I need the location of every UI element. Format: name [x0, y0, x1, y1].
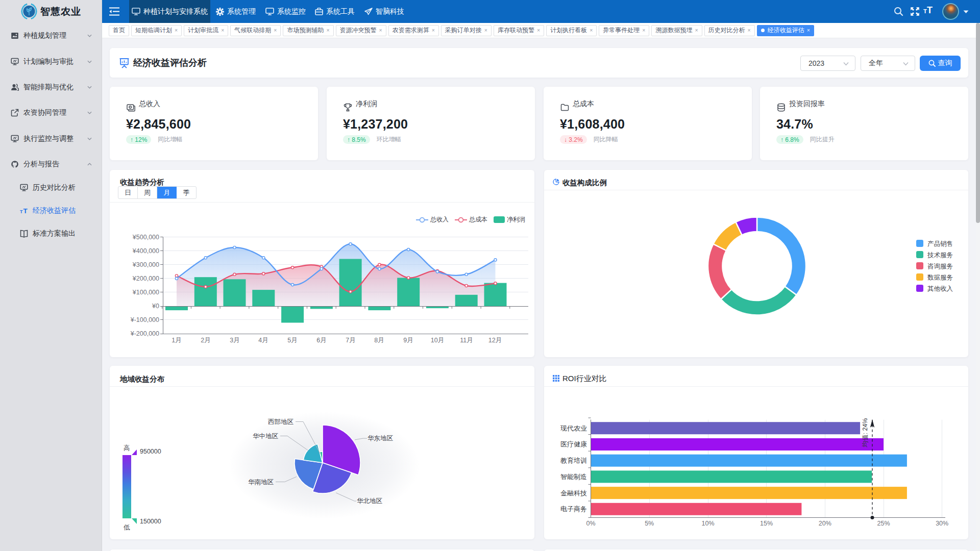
svg-text:医疗健康: 医疗健康: [560, 440, 587, 448]
svg-text:¥0: ¥0: [152, 303, 159, 310]
svg-text:T: T: [23, 207, 28, 215]
svg-text:9月: 9月: [403, 337, 413, 344]
svg-text:7月: 7月: [346, 337, 355, 344]
svg-text:0%: 0%: [586, 520, 595, 527]
svg-text:5%: 5%: [645, 520, 654, 527]
svg-text:华南地区: 华南地区: [248, 479, 274, 486]
svg-text:现代农业: 现代农业: [560, 424, 587, 432]
svg-text:华中地区: 华中地区: [253, 433, 279, 440]
svg-text:4月: 4月: [258, 337, 268, 344]
svg-text:教育培训: 教育培训: [560, 457, 587, 464]
svg-text:T: T: [20, 209, 23, 214]
svg-text:智能制造: 智能制造: [560, 473, 587, 481]
svg-text:¥-200,000: ¥-200,000: [130, 330, 159, 337]
svg-text:1月: 1月: [172, 337, 181, 344]
svg-text:10%: 10%: [701, 520, 714, 527]
svg-text:2月: 2月: [201, 337, 210, 344]
svg-text:30%: 30%: [936, 520, 948, 527]
svg-text:均值: 24%: 均值: 24%: [862, 418, 869, 448]
svg-text:8月: 8月: [374, 337, 384, 344]
svg-text:5月: 5月: [287, 337, 297, 344]
svg-text:西部地区: 西部地区: [268, 418, 294, 425]
svg-text:¥400,000: ¥400,000: [132, 247, 159, 255]
svg-text:12月: 12月: [488, 337, 502, 344]
svg-text:华东地区: 华东地区: [368, 435, 394, 442]
svg-text:¥300,000: ¥300,000: [132, 261, 159, 268]
svg-text:¥500,000: ¥500,000: [132, 234, 159, 241]
svg-text:电子商务: 电子商务: [560, 505, 587, 513]
svg-text:25%: 25%: [877, 520, 890, 527]
svg-text:6月: 6月: [316, 337, 326, 344]
svg-text:金融科技: 金融科技: [560, 489, 587, 497]
svg-text:11月: 11月: [460, 337, 473, 344]
svg-text:¥-100,000: ¥-100,000: [130, 316, 159, 323]
svg-text:15%: 15%: [760, 520, 773, 527]
svg-text:华北地区: 华北地区: [357, 497, 383, 505]
svg-text:¥100,000: ¥100,000: [132, 289, 159, 296]
svg-text:¥200,000: ¥200,000: [132, 275, 159, 282]
svg-text:20%: 20%: [819, 520, 831, 527]
svg-text:3月: 3月: [230, 337, 239, 344]
svg-text:10月: 10月: [431, 337, 444, 344]
